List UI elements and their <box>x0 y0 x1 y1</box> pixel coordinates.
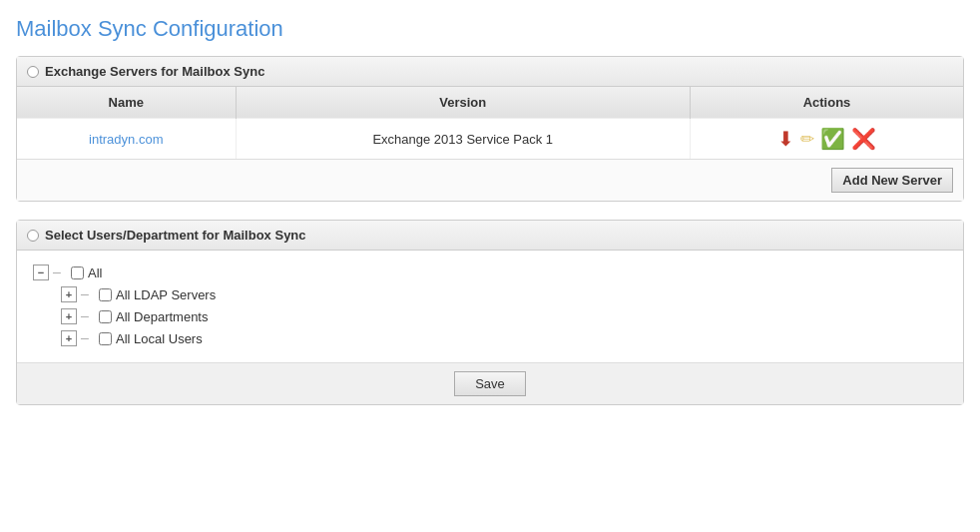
col-name: Name <box>17 87 236 119</box>
departments-label: All Departments <box>116 309 208 324</box>
root-connector: ─ <box>53 266 67 278</box>
save-button[interactable]: Save <box>454 371 526 396</box>
ldap-expander[interactable]: + <box>61 286 77 302</box>
root-label: All <box>88 266 102 280</box>
ldap-label: All LDAP Servers <box>116 287 216 302</box>
users-section-header: Select Users/Department for Mailbox Sync <box>17 221 963 251</box>
exchange-servers-section: Exchange Servers for Mailbox Sync Name V… <box>16 56 964 202</box>
tree-children: + ─ All LDAP Servers + ─ All Departments… <box>61 286 947 346</box>
departments-expander[interactable]: + <box>61 308 77 324</box>
ldap-connector: ─ <box>81 288 95 300</box>
enable-icon[interactable]: ✅ <box>820 129 845 149</box>
exchange-section-header: Exchange Servers for Mailbox Sync <box>17 57 963 87</box>
server-name[interactable]: intradyn.com <box>17 119 236 160</box>
add-server-row: Add New Server <box>17 159 963 201</box>
exchange-section-title: Exchange Servers for Mailbox Sync <box>45 64 264 79</box>
exchange-servers-table: Name Version Actions intradyn.com Exchan… <box>17 87 963 159</box>
users-section-title: Select Users/Department for Mailbox Sync <box>45 228 306 243</box>
table-row: intradyn.com Exchange 2013 Service Pack … <box>17 119 963 160</box>
users-department-section: Select Users/Department for Mailbox Sync… <box>16 220 964 405</box>
radio-dot-exchange <box>27 66 39 78</box>
server-actions: ⬇ ✏ ✅ ❌ <box>691 119 964 160</box>
local-users-expander[interactable]: + <box>61 330 77 346</box>
edit-icon[interactable]: ✏ <box>800 131 814 148</box>
actions-cell: ⬇ ✏ ✅ ❌ <box>703 129 951 149</box>
departments-connector: ─ <box>81 310 95 322</box>
delete-icon[interactable]: ❌ <box>851 129 876 149</box>
local-users-connector: ─ <box>81 332 95 344</box>
tree-root-item: − ─ All <box>33 265 947 280</box>
local-users-label: All Local Users <box>116 331 203 346</box>
ldap-checkbox[interactable] <box>99 288 112 301</box>
server-version: Exchange 2013 Service Pack 1 <box>236 119 690 160</box>
tree-child-item-local-users: + ─ All Local Users <box>61 330 947 346</box>
save-row: Save <box>17 362 963 404</box>
local-users-checkbox[interactable] <box>99 332 112 345</box>
root-checkbox[interactable] <box>71 266 84 279</box>
col-version: Version <box>236 87 690 119</box>
root-expander[interactable]: − <box>33 265 49 280</box>
move-down-icon[interactable]: ⬇ <box>777 129 794 149</box>
tree-area: − ─ All + ─ All LDAP Servers + ─ All Dep… <box>17 251 963 362</box>
table-header-row: Name Version Actions <box>17 87 963 119</box>
add-new-server-button[interactable]: Add New Server <box>831 168 953 193</box>
col-actions: Actions <box>691 87 964 119</box>
tree-child-item-departments: + ─ All Departments <box>61 308 947 324</box>
page-title: Mailbox Sync Configuration <box>16 16 964 42</box>
departments-checkbox[interactable] <box>99 310 112 323</box>
tree-child-item-ldap: + ─ All LDAP Servers <box>61 286 947 302</box>
radio-dot-users <box>27 230 39 242</box>
